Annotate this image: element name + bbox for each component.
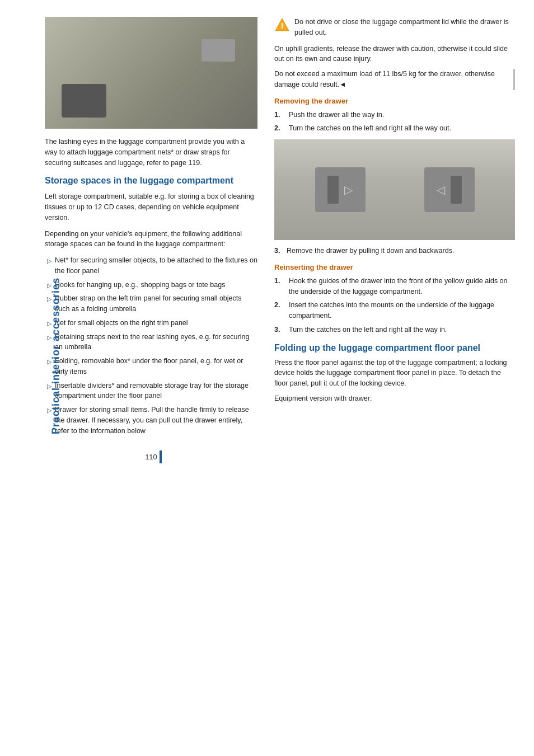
removing-drawer-title: Removing the drawer xyxy=(274,97,515,105)
list-item: 1. Hook the guides of the drawer into th… xyxy=(274,276,515,297)
storage-bullet-list: ▷ Net* for securing smaller objects, to … xyxy=(45,255,257,436)
step-number: 1. xyxy=(274,276,284,287)
step-3-text: Remove the drawer by pulling it down and… xyxy=(287,247,454,255)
step-3-number: 3. xyxy=(274,247,280,255)
bullet-text: Insertable dividers* and removable stora… xyxy=(55,381,257,402)
bullet-text: Folding, removable box* under the floor … xyxy=(55,356,257,377)
step-text: Push the drawer all the way in. xyxy=(289,110,384,120)
bullet-text: Net* for securing smaller objects, to be… xyxy=(55,255,257,276)
left-column: The lashing eyes in the luggage compartm… xyxy=(45,17,257,461)
removing-steps-list: 1. Push the drawer all the way in. 2. Tu… xyxy=(274,110,515,134)
sidebar-label: Practical interior accessories xyxy=(50,322,62,434)
storage-section-title: Storage spaces in the luggage compartmen… xyxy=(45,176,257,186)
step-number: 1. xyxy=(274,110,284,120)
right-column: ! Do not drive or close the luggage comp… xyxy=(274,17,515,461)
warning-block-3: Do not exceed a maximum load of 11 lbs/5… xyxy=(274,69,515,90)
bullet-arrow-icon: ▷ xyxy=(47,256,51,266)
bullet-text: Net for small objects on the right trim … xyxy=(55,318,188,328)
step-text: Turn the catches on the left and right a… xyxy=(289,325,447,335)
page-number: 110 xyxy=(145,453,157,461)
warning-text-1: Do not drive or close the luggage compar… xyxy=(294,17,515,38)
bullet-text: Rubber strap on the left trim panel for … xyxy=(55,293,257,314)
step-number: 2. xyxy=(274,300,284,311)
list-item: ▷ Net* for securing smaller objects, to … xyxy=(45,255,257,276)
reinserting-steps-list: 1. Hook the guides of the drawer into th… xyxy=(274,276,515,335)
step-number: 2. xyxy=(274,123,284,134)
drawer-removal-image: ▷ ◁ xyxy=(274,139,515,240)
list-item: 2. Insert the catches into the mounts on… xyxy=(274,300,515,321)
storage-paragraph-1: Left storage compartment, suitable e.g. … xyxy=(45,191,257,223)
step-text: Turn the catches on the left and right a… xyxy=(289,123,451,134)
intro-paragraph: The lashing eyes in the luggage compartm… xyxy=(45,137,257,168)
list-item: ▷ Net for small objects on the right tri… xyxy=(45,318,257,328)
list-item: 1. Push the drawer all the way in. xyxy=(274,110,515,120)
warning-text-3: Do not exceed a maximum load of 11 lbs/5… xyxy=(274,69,509,90)
warning-icon: ! xyxy=(274,17,290,33)
bullet-text: Drawer for storing small items. Pull the… xyxy=(55,405,257,436)
svg-text:!: ! xyxy=(281,21,284,30)
list-item: ▷ Rubber strap on the left trim panel fo… xyxy=(45,293,257,314)
step-3: 3. Remove the drawer by pulling it down … xyxy=(274,246,515,256)
step-text: Hook the guides of the drawer into the f… xyxy=(289,276,515,297)
list-item: ▷ Hooks for hanging up, e.g., shopping b… xyxy=(45,280,257,290)
bullet-text: Hooks for hanging up, e.g., shopping bag… xyxy=(55,280,225,290)
list-item: ▷ Insertable dividers* and removable sto… xyxy=(45,381,257,402)
warning-text-2: On uphill gradients, release the drawer … xyxy=(274,44,515,65)
step-text: Insert the catches into the mounts on th… xyxy=(289,300,515,321)
list-item: ▷ Drawer for storing small items. Pull t… xyxy=(45,405,257,436)
storage-paragraph-2: Depending on your vehicle's equipment, t… xyxy=(45,229,257,250)
luggage-compartment-image xyxy=(45,17,257,129)
warning-box-1: ! Do not drive or close the luggage comp… xyxy=(274,17,515,38)
vertical-divider xyxy=(513,69,515,90)
list-item: 2. Turn the catches on the left and righ… xyxy=(274,123,515,134)
folding-paragraph-2: Equipment version with drawer: xyxy=(274,393,515,404)
reinserting-drawer-title: Reinserting the drawer xyxy=(274,263,515,271)
list-item: ▷ Retaining straps next to the rear lash… xyxy=(45,332,257,353)
page-number-area: 110 xyxy=(45,453,257,461)
step-number: 3. xyxy=(274,325,284,335)
folding-paragraph-1: Press the floor panel against the top of… xyxy=(274,358,515,389)
list-item: ▷ Folding, removable box* under the floo… xyxy=(45,356,257,377)
folding-section-title: Folding up the luggage compartment floor… xyxy=(274,343,515,353)
list-item: 3. Turn the catches on the left and righ… xyxy=(274,325,515,335)
bullet-text: Retaining straps next to the rear lashin… xyxy=(55,332,257,353)
